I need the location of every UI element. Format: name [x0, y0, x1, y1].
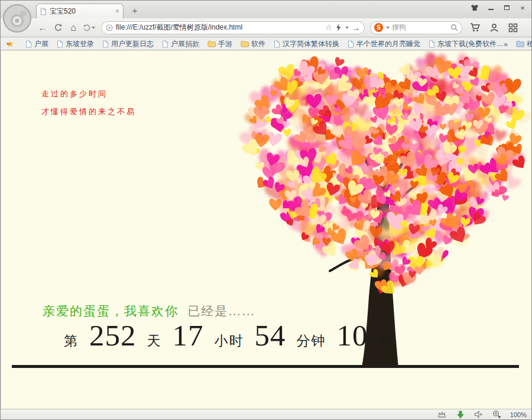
speaker-icon[interactable] [473, 411, 484, 419]
uc-logo-icon [2, 3, 32, 34]
page-icon [274, 40, 280, 48]
new-tab-button[interactable]: + [128, 5, 141, 16]
bookmark-label: 半个世界的月亮睡觉 [356, 39, 420, 49]
bookmarks-bar: ★ ✦ 户展 东坡登录 用户更新日志 户展捐款 手游 软件 汉字 [1, 38, 531, 50]
apps-grid-icon[interactable] [507, 22, 519, 34]
bookmark-item[interactable]: 户展 [25, 39, 48, 49]
browser-window: 宝宝520 × + × ← ⌂ [0, 0, 532, 420]
status-bar: 100% [1, 409, 531, 419]
bookmark-item[interactable]: 东坡登录 [57, 39, 94, 49]
cart-icon[interactable] [469, 22, 481, 34]
bookmark-item[interactable]: 户展捐款 [162, 39, 199, 49]
dedication-line: 亲爱的蛋蛋，我喜欢你 已经是…… [43, 303, 255, 319]
bookmark-label: 户展捐款 [171, 39, 199, 49]
timer-hours-unit: 小时 [215, 332, 244, 350]
page-zoom-icon[interactable] [492, 411, 502, 419]
dedication-green-text: 亲爱的蛋蛋，我喜欢你 [43, 304, 179, 318]
restore-button[interactable] [501, 3, 512, 12]
tab-close-button[interactable]: × [115, 8, 119, 15]
bookmark-item[interactable]: 汉字简体繁体转换 [274, 39, 339, 49]
bookmark-label: 汉字简体繁体转换 [283, 39, 339, 49]
home-button[interactable]: ⌂ [66, 21, 81, 34]
love-tree-illustration [1, 51, 531, 410]
folder-icon [516, 40, 524, 47]
search-icon[interactable] [450, 24, 458, 31]
skin-icon[interactable] [469, 3, 480, 12]
tab-active[interactable]: 宝宝520 × [36, 4, 124, 18]
redo-icon [83, 24, 91, 32]
bookmark-label: 软件 [251, 39, 265, 49]
bookmark-item[interactable]: 半个世界的月亮睡觉 [348, 39, 420, 49]
folder-icon [207, 40, 216, 47]
page-icon [25, 40, 32, 48]
search-box[interactable]: S 搜狗 [370, 21, 462, 34]
zoom-level-label: 100% [510, 411, 527, 418]
url-text: file:///E:/uzzf/截图/爱情树原版/index.html [116, 22, 322, 33]
device-bookmarks-folder[interactable]: 移动设备书签 [516, 39, 532, 49]
timer-prefix: 第 [64, 332, 79, 350]
timer-minutes-unit: 分钟 [297, 332, 326, 350]
page-icon [106, 24, 113, 31]
bookmark-star-icon[interactable]: ☆ [325, 23, 332, 32]
poem-line-1: 走过的多少时间 [41, 89, 108, 99]
close-button[interactable]: × [517, 3, 528, 12]
timer-days-unit: 天 [147, 332, 162, 350]
favorites-spark-icon: ✦ [6, 40, 10, 49]
user-icon[interactable] [488, 22, 500, 34]
timer-seconds: 10 [337, 318, 368, 353]
page-icon [102, 40, 109, 48]
navigation-toolbar: ← ⌂ file:///E:/uzzf/截图/爱情树原版/index.html … [1, 18, 531, 37]
chevron-down-icon[interactable] [386, 27, 390, 29]
crown-icon[interactable] [437, 411, 447, 419]
page-icon [348, 40, 354, 48]
love-timer: 第 252 天 17 小时 54 分钟 10 秒 [58, 318, 400, 353]
bookmark-label: 东坡登录 [66, 39, 94, 49]
timer-minutes: 54 [255, 318, 286, 353]
poem-line-2: 才懂得爱情的来之不易 [41, 106, 136, 117]
bookmark-label: 移动设备书签 [527, 39, 532, 49]
title-bar: 宝宝520 × + × [1, 1, 531, 18]
page-content: 走过的多少时间 才懂得爱情的来之不易 亲爱的蛋蛋，我喜欢你 已经是…… 第 25… [1, 51, 531, 410]
bookmark-folder[interactable]: 软件 [241, 39, 265, 49]
timer-hours: 17 [173, 318, 204, 353]
bookmark-item[interactable]: 用户更新日志 [102, 39, 154, 49]
page-icon [57, 40, 63, 48]
chevron-down-icon[interactable] [345, 27, 349, 29]
go-button[interactable]: → [352, 23, 360, 33]
browser-logo[interactable] [2, 3, 32, 34]
page-icon [429, 40, 435, 48]
search-input[interactable]: 搜狗 [392, 22, 448, 33]
timer-seconds-unit: 秒 [379, 332, 394, 350]
bookmarks-overflow-chevron[interactable]: » [504, 40, 508, 49]
timer-days: 252 [89, 318, 137, 353]
tab-title: 宝宝520 [50, 7, 112, 17]
back-button[interactable]: ← [35, 21, 50, 34]
bookmark-label: 东坡下载(免费软件… [437, 39, 504, 49]
ground-line [12, 365, 519, 368]
address-bar[interactable]: file:///E:/uzzf/截图/爱情树原版/index.html ☆ → [101, 21, 365, 34]
bookmark-label: 手游 [218, 39, 232, 49]
refresh-button[interactable] [50, 21, 66, 34]
minimize-button[interactable] [485, 3, 496, 12]
dedication-gray-text: 已经是…… [187, 304, 255, 318]
lightning-icon[interactable] [335, 24, 342, 31]
refresh-icon [54, 23, 63, 32]
bookmark-label: 户展 [34, 39, 48, 49]
bookmark-label: 用户更新日志 [111, 39, 154, 49]
sogou-engine-icon[interactable]: S [374, 23, 383, 32]
redo-button[interactable] [81, 21, 96, 34]
folder-icon [241, 40, 249, 47]
bookmark-folder[interactable]: 手游 [207, 39, 232, 49]
bookmark-item[interactable]: 东坡下载(免费软件… [429, 39, 504, 49]
tab-favicon-icon [40, 8, 47, 15]
page-icon [162, 40, 168, 48]
window-controls: × [469, 3, 528, 12]
favorites-star-icon[interactable]: ★ ✦ [7, 39, 17, 49]
download-icon[interactable] [455, 411, 466, 419]
chevron-down-icon [92, 27, 95, 29]
